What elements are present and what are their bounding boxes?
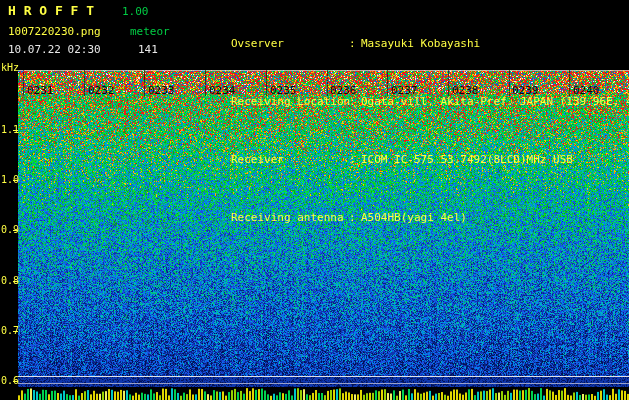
info-label: Ovserver [231, 38, 349, 50]
time-label: 0236 [330, 84, 357, 97]
info-colon: : [349, 154, 361, 166]
freq-label: 0.6 [1, 375, 19, 386]
info-colon: : [349, 212, 361, 224]
hrofft-window: H R O F F T 1.00 1007220230.png meteor 1… [0, 0, 629, 400]
time-label: 0231 [27, 84, 54, 97]
app-version: 1.00 [122, 5, 149, 18]
time-label: 0232 [88, 84, 115, 97]
info-label: Receiving Location [231, 96, 349, 108]
time-label: 0235 [270, 84, 297, 97]
time-label: 0240 [573, 84, 600, 97]
freq-label: 0.8 [1, 275, 19, 286]
mode-label: meteor [130, 25, 170, 38]
freq-unit-label: kHz [1, 62, 19, 73]
info-value: A504HB(yagi 4el) [361, 211, 467, 224]
info-colon: : [349, 38, 361, 50]
station-info: Ovserver:Masayuki Kobayashi Receiving Lo… [178, 3, 629, 258]
meteor-count: 141 [138, 43, 158, 56]
app-title: H R O F F T [8, 3, 94, 18]
info-label: Receiver [231, 154, 349, 166]
freq-label: 0.7 [1, 325, 19, 336]
observation-datetime: 10.07.22 02:30 [8, 43, 101, 56]
freq-label: 1.0 [1, 174, 19, 185]
time-label: 0234 [209, 84, 236, 97]
info-colon: : [349, 96, 361, 108]
info-row-receiver: Receiver:ICOM IC-575 53.7492(8LCD)MHz US… [178, 142, 629, 177]
info-row-antenna: Receiving antenna:A504HB(yagi 4el) [178, 200, 629, 235]
info-row-observer: Ovserver:Masayuki Kobayashi [178, 26, 629, 61]
header: H R O F F T 1.00 1007220230.png meteor 1… [0, 0, 629, 70]
time-label: 0238 [452, 84, 479, 97]
info-value: Masayuki Kobayashi [361, 37, 480, 50]
time-label: 0237 [391, 84, 418, 97]
freq-label: 0.9 [1, 224, 19, 235]
output-filename: 1007220230.png [8, 25, 101, 38]
time-label: 0233 [148, 84, 175, 97]
time-label: 0239 [512, 84, 539, 97]
freq-label: 1.1 [1, 124, 19, 135]
info-label: Receiving antenna [231, 212, 349, 224]
info-value: ICOM IC-575 53.7492(8LCD)MHz USB [361, 153, 573, 166]
